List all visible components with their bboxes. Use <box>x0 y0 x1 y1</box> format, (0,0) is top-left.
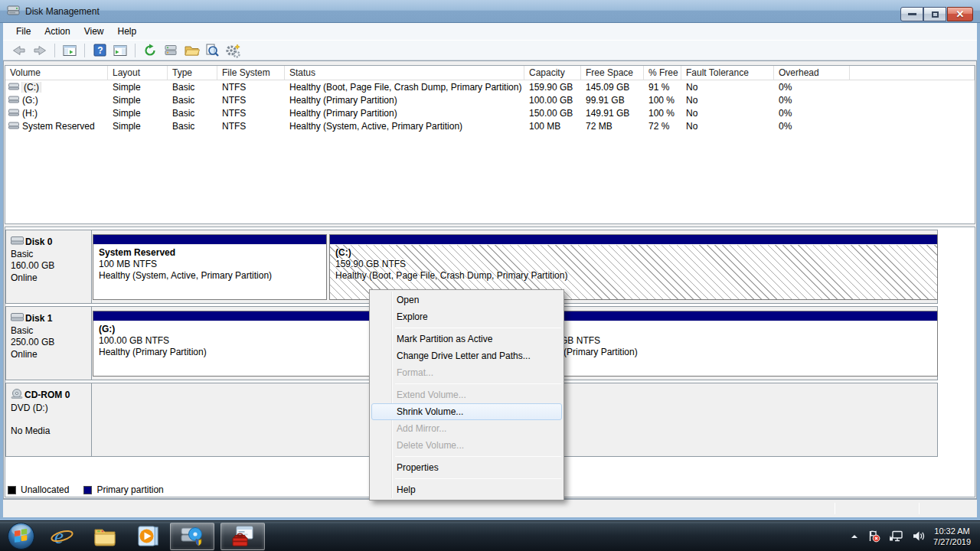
partition-health: Healthy (Boot, Page File, Crash Dump, Pr… <box>335 270 937 282</box>
menu-item-properties[interactable]: Properties <box>371 459 562 476</box>
column-volume[interactable]: Volume <box>5 66 108 80</box>
menu-item-help[interactable]: Help <box>371 481 562 498</box>
close-button[interactable]: ✕ <box>947 7 973 21</box>
menu-item-open[interactable]: Open <box>371 292 562 308</box>
menu-item-change-drive-letter[interactable]: Change Drive Letter and Paths... <box>371 347 562 364</box>
cell-status: Healthy (System, Active, Primary Partiti… <box>285 121 524 132</box>
volume-row-g[interactable]: (G:) Simple Basic NTFS Healthy (Primary … <box>5 93 975 106</box>
network-icon[interactable] <box>889 530 903 542</box>
partition-detail: 100 MB NTFS <box>99 259 326 270</box>
column-pct-free[interactable]: % Free <box>644 66 681 80</box>
start-button[interactable] <box>6 522 35 551</box>
column-free-space[interactable]: Free Space <box>581 66 644 80</box>
app-icon <box>7 5 21 18</box>
cell-status: Healthy (Primary Partition) <box>285 108 524 119</box>
menu-action[interactable]: Action <box>38 24 77 39</box>
unallocated-swatch <box>8 486 16 494</box>
admin-tools-taskbar-button[interactable] <box>220 523 265 550</box>
column-overhead[interactable]: Overhead <box>774 66 850 80</box>
menu-separator <box>395 328 561 328</box>
forward-icon[interactable] <box>31 42 48 59</box>
partition-system-reserved[interactable]: System Reserved 100 MB NTFS Healthy (Sys… <box>93 234 327 300</box>
menu-item-mark-partition-active[interactable]: Mark Partition as Active <box>371 331 562 347</box>
restore-icon <box>932 11 939 18</box>
legend-label: Unallocated <box>21 484 69 495</box>
menu-item-shrink-volume[interactable]: Shrink Volume... <box>371 403 562 420</box>
open-folder-icon[interactable] <box>183 42 200 59</box>
menu-separator <box>395 456 561 457</box>
column-fault-tolerance[interactable]: Fault Tolerance <box>681 66 774 80</box>
volume-icon <box>8 121 19 132</box>
partition-h[interactable]: (H:) 150.00 GB NTFS Healthy (Primary Par… <box>524 311 938 377</box>
column-type[interactable]: Type <box>168 66 217 80</box>
cell-file-system: NTFS <box>217 95 285 106</box>
taskbar: e <box>0 520 980 551</box>
cell-fault-tolerance: No <box>681 95 774 106</box>
partition-title: System Reserved <box>99 247 326 259</box>
show-hidden-icons-chevron[interactable] <box>850 533 859 540</box>
cell-capacity: 159.90 GB <box>524 82 581 93</box>
menu-item-format: Format... <box>371 364 562 381</box>
column-layout[interactable]: Layout <box>108 66 168 80</box>
cell-type: Basic <box>168 95 217 106</box>
manage-snapin-icon[interactable] <box>224 42 241 59</box>
disk-properties-icon[interactable] <box>162 42 179 59</box>
disk-name: CD-ROM 0 <box>24 390 70 402</box>
menu-file[interactable]: File <box>9 24 38 39</box>
windows-explorer-icon[interactable] <box>89 521 121 551</box>
show-console-tree-icon[interactable] <box>61 42 78 59</box>
disk-size: 160.00 GB <box>11 260 91 272</box>
menu-item-explore[interactable]: Explore <box>371 308 562 325</box>
cell-layout: Simple <box>108 108 168 119</box>
clock-date: 7/27/2019 <box>933 536 971 547</box>
help-icon[interactable]: ? <box>91 42 108 59</box>
titlebar[interactable]: Disk Management ✕ <box>0 0 980 23</box>
primary-partition-strip <box>524 311 937 321</box>
legend: Unallocated Primary partition <box>8 484 178 496</box>
cell-capacity: 150.00 GB <box>524 108 581 119</box>
disk1-label[interactable]: Disk 1 Basic 250.00 GB Online <box>6 307 92 380</box>
taskbar-clock[interactable]: 10:32 AM 7/27/2019 <box>933 526 971 547</box>
column-capacity[interactable]: Capacity <box>524 66 581 80</box>
volume-row-system-reserved[interactable]: System Reserved Simple Basic NTFS Health… <box>5 119 975 132</box>
column-file-system[interactable]: File System <box>217 66 285 80</box>
disk-name: Disk 0 <box>25 236 52 249</box>
legend-unallocated: Unallocated <box>8 484 69 495</box>
menu-bar: File Action View Help <box>3 23 977 40</box>
internet-explorer-icon[interactable]: e <box>46 521 78 551</box>
action-center-flag-icon[interactable] <box>867 530 880 543</box>
menu-help[interactable]: Help <box>111 24 144 39</box>
back-icon[interactable] <box>11 42 28 59</box>
cell-capacity: 100.00 GB <box>524 95 581 106</box>
disk-status: Online <box>11 272 91 285</box>
disk-management-taskbar-button[interactable] <box>170 523 214 550</box>
disk-icon <box>11 236 24 249</box>
volume-icon <box>8 95 19 106</box>
disk0-label[interactable]: Disk 0 Basic 160.00 GB Online <box>6 230 92 303</box>
cell-pct-free: 100 % <box>644 108 681 119</box>
cdrom0-label[interactable]: CD-ROM 0 DVD (D:) No Media <box>6 383 92 456</box>
clock-time: 10:32 AM <box>933 526 971 536</box>
disk-type: Basic <box>11 325 91 337</box>
volume-row-c[interactable]: (C:) Simple Basic NTFS Healthy (Boot, Pa… <box>5 80 975 93</box>
svg-text:?: ? <box>97 45 103 56</box>
volume-row-h[interactable]: (H:) Simple Basic NTFS Healthy (Primary … <box>5 106 975 119</box>
partition-detail: 150.00 GB NTFS <box>530 335 937 347</box>
cell-overhead: 0% <box>774 95 850 106</box>
volume-icon[interactable] <box>912 530 925 542</box>
minimize-button[interactable] <box>900 7 923 21</box>
menu-view[interactable]: View <box>77 24 111 39</box>
column-status[interactable]: Status <box>285 66 524 80</box>
refresh-icon[interactable] <box>142 42 158 59</box>
show-action-pane-icon[interactable] <box>112 42 129 59</box>
view-icon[interactable] <box>204 42 220 59</box>
toolbar-separator <box>84 44 85 57</box>
volume-list-panel: Volume Layout Type File System Status Ca… <box>5 65 975 224</box>
legend-primary-partition: Primary partition <box>83 484 163 495</box>
restore-button[interactable] <box>923 7 946 21</box>
partition-health: Healthy (Primary Partition) <box>530 347 937 358</box>
media-player-icon[interactable] <box>132 521 164 551</box>
cell-layout: Simple <box>108 121 168 132</box>
volume-icon <box>8 108 19 119</box>
volume-name: (C:) <box>22 82 41 93</box>
